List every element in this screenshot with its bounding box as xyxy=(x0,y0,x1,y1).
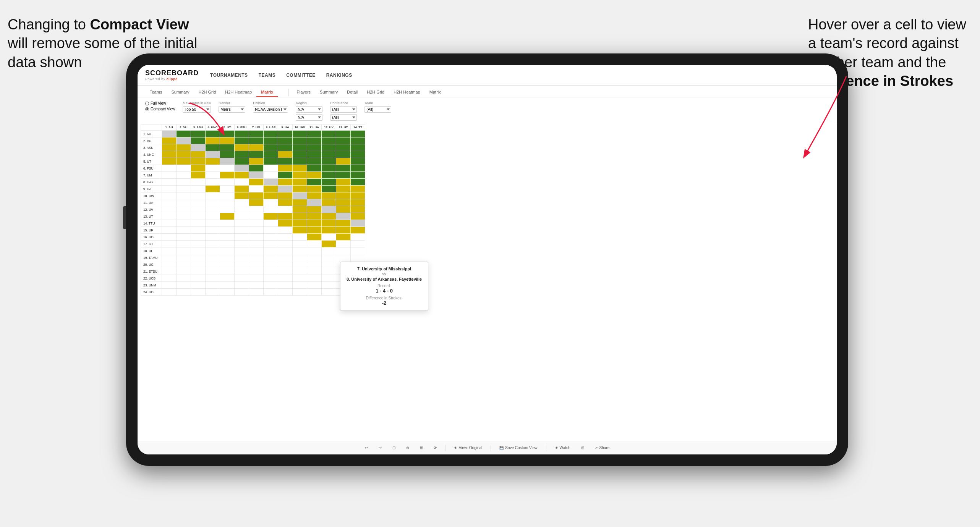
matrix-cell[interactable] xyxy=(322,199,336,206)
matrix-cell[interactable] xyxy=(293,234,307,241)
matrix-cell[interactable] xyxy=(336,241,351,247)
matrix-cell[interactable] xyxy=(293,275,307,282)
matrix-cell[interactable] xyxy=(162,282,177,289)
matrix-cell[interactable] xyxy=(162,199,177,206)
matrix-cell[interactable] xyxy=(177,275,191,282)
matrix-cell[interactable] xyxy=(249,261,264,268)
matrix-cell[interactable] xyxy=(293,206,307,213)
matrix-cell[interactable] xyxy=(307,192,322,199)
tab-matrix1[interactable]: Matrix xyxy=(256,88,278,97)
matrix-cell[interactable] xyxy=(162,192,177,199)
matrix-cell[interactable] xyxy=(191,137,206,144)
matrix-cell[interactable] xyxy=(220,172,235,179)
matrix-cell[interactable] xyxy=(293,199,307,206)
matrix-cell[interactable] xyxy=(307,275,322,282)
matrix-cell[interactable] xyxy=(322,247,336,254)
matrix-cell[interactable] xyxy=(206,268,220,275)
matrix-cell[interactable] xyxy=(191,220,206,227)
matrix-cell[interactable] xyxy=(264,137,278,144)
matrix-cell[interactable] xyxy=(293,158,307,165)
matrix-cell[interactable] xyxy=(162,186,177,192)
matrix-cell[interactable] xyxy=(249,206,264,213)
matrix-cell[interactable] xyxy=(235,186,249,192)
matrix-cell[interactable] xyxy=(293,282,307,289)
matrix-cell[interactable] xyxy=(191,192,206,199)
matrix-cell[interactable] xyxy=(235,206,249,213)
matrix-cell[interactable] xyxy=(307,254,322,261)
matrix-cell[interactable] xyxy=(191,227,206,234)
matrix-cell[interactable] xyxy=(351,137,365,144)
matrix-cell[interactable] xyxy=(278,234,293,241)
matrix-cell[interactable] xyxy=(249,165,264,172)
matrix-cell[interactable] xyxy=(206,179,220,186)
matrix-cell[interactable] xyxy=(278,172,293,179)
matrix-cell[interactable] xyxy=(191,165,206,172)
matrix-cell[interactable] xyxy=(235,192,249,199)
matrix-cell[interactable] xyxy=(162,165,177,172)
matrix-cell[interactable] xyxy=(322,131,336,137)
matrix-cell[interactable] xyxy=(220,241,235,247)
matrix-cell[interactable] xyxy=(336,172,351,179)
matrix-cell[interactable] xyxy=(264,220,278,227)
matrix-cell[interactable] xyxy=(336,206,351,213)
matrix-cell[interactable] xyxy=(235,165,249,172)
matrix-cell[interactable] xyxy=(307,241,322,247)
matrix-cell[interactable] xyxy=(307,158,322,165)
matrix-cell[interactable] xyxy=(220,137,235,144)
matrix-cell[interactable] xyxy=(177,151,191,158)
matrix-cell[interactable] xyxy=(177,268,191,275)
matrix-cell[interactable] xyxy=(278,137,293,144)
matrix-cell[interactable] xyxy=(249,254,264,261)
matrix-cell[interactable] xyxy=(293,268,307,275)
matrix-cell[interactable] xyxy=(336,199,351,206)
matrix-cell[interactable] xyxy=(293,186,307,192)
matrix-cell[interactable] xyxy=(177,172,191,179)
matrix-cell[interactable] xyxy=(177,165,191,172)
matrix-cell[interactable] xyxy=(264,213,278,220)
matrix-cell[interactable] xyxy=(235,220,249,227)
matrix-cell[interactable] xyxy=(264,261,278,268)
matrix-cell[interactable] xyxy=(278,220,293,227)
matrix-cell[interactable] xyxy=(264,151,278,158)
matrix-cell[interactable] xyxy=(293,151,307,158)
matrix-cell[interactable] xyxy=(264,289,278,296)
compact-view-radio[interactable]: Compact View xyxy=(145,107,175,111)
matrix-cell[interactable] xyxy=(293,192,307,199)
matrix-cell[interactable] xyxy=(351,206,365,213)
matrix-cell[interactable] xyxy=(278,268,293,275)
matrix-cell[interactable] xyxy=(162,234,177,241)
matrix-cell[interactable] xyxy=(162,289,177,296)
matrix-cell[interactable] xyxy=(351,234,365,241)
matrix-cell[interactable] xyxy=(278,206,293,213)
matrix-cell[interactable] xyxy=(278,199,293,206)
matrix-cell[interactable] xyxy=(206,192,220,199)
matrix-cell[interactable] xyxy=(322,282,336,289)
matrix-cell[interactable] xyxy=(177,206,191,213)
matrix-cell[interactable] xyxy=(322,241,336,247)
matrix-cell[interactable] xyxy=(322,213,336,220)
conference-select[interactable]: (All) xyxy=(330,106,357,113)
matrix-cell[interactable] xyxy=(278,247,293,254)
matrix-cell[interactable] xyxy=(162,275,177,282)
matrix-cell[interactable] xyxy=(322,192,336,199)
tab-summary2[interactable]: Summary xyxy=(315,88,342,97)
zoom-in-btn[interactable]: ⊕ xyxy=(404,445,411,451)
matrix-cell[interactable] xyxy=(278,192,293,199)
matrix-cell[interactable] xyxy=(206,282,220,289)
matrix-cell[interactable] xyxy=(307,179,322,186)
matrix-cell[interactable] xyxy=(206,234,220,241)
matrix-cell[interactable] xyxy=(336,186,351,192)
matrix-cell[interactable] xyxy=(307,289,322,296)
matrix-cell[interactable] xyxy=(235,268,249,275)
matrix-cell[interactable] xyxy=(162,137,177,144)
region-select[interactable]: N/A xyxy=(296,106,322,113)
redo-btn[interactable]: ↪ xyxy=(376,445,384,451)
nav-committee[interactable]: COMMITTEE xyxy=(286,73,316,78)
matrix-cell[interactable] xyxy=(336,144,351,151)
matrix-cell[interactable] xyxy=(249,234,264,241)
matrix-cell[interactable] xyxy=(322,144,336,151)
tab-h2h-heatmap1[interactable]: H2H Heatmap xyxy=(220,88,256,97)
matrix-cell[interactable] xyxy=(162,206,177,213)
matrix-cell[interactable] xyxy=(351,151,365,158)
watch-btn[interactable]: 👁 Watch xyxy=(552,445,573,451)
